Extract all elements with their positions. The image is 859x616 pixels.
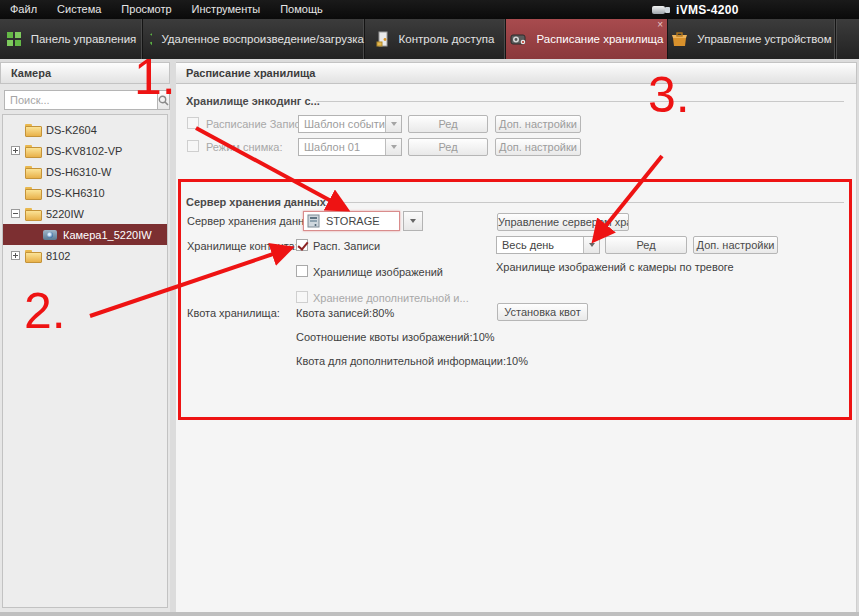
schedule-edit-button[interactable]: Ред xyxy=(605,236,687,254)
record-template-value: Шаблон события xyxy=(299,116,385,132)
manage-storage-server-button[interactable]: Управление сервером хран... xyxy=(497,213,629,231)
tree-item[interactable]: DS-KV8102-VP xyxy=(3,140,167,161)
camera-sidebar: DS-K2604 DS-KV8102-VP DS-H6310-W DS-KH63… xyxy=(0,84,170,612)
folder-icon xyxy=(25,187,40,198)
tree-item[interactable]: 8102 xyxy=(3,245,167,266)
tree-item[interactable]: DS-K2604 xyxy=(3,119,167,140)
tree-item-label: 5220IW xyxy=(46,208,84,220)
search-icon xyxy=(158,95,169,106)
storage-server-select[interactable]: STORAGE xyxy=(303,211,400,231)
tree-item-label: DS-KH6310 xyxy=(46,187,105,199)
tree-item-label: 8102 xyxy=(46,250,70,262)
tab-access-control[interactable]: Контроль доступа xyxy=(365,19,506,59)
menu-view[interactable]: Просмотр xyxy=(111,0,181,19)
storage-server-section-title: Сервер хранения данных xyxy=(186,196,326,208)
tab-label: Управление устройством xyxy=(697,33,831,45)
folder-icon xyxy=(25,124,40,135)
additional-quota-value: Квота для дополнительной информации:10% xyxy=(296,355,528,367)
tree-item[interactable]: DS-H6310-W xyxy=(3,161,167,182)
folder-icon xyxy=(25,166,40,177)
quota-settings-button[interactable]: Установка квот xyxy=(497,303,588,321)
storage-content-label: Хранилище контента: xyxy=(187,240,298,252)
tab-storage-schedule[interactable]: Расписание хранилища × xyxy=(506,19,668,59)
expand-plus-icon[interactable] xyxy=(11,146,20,155)
additional-info-storage-label: Хранение дополнительной и... xyxy=(313,292,469,304)
storage-server-value: STORAGE xyxy=(321,212,399,230)
folder-icon xyxy=(25,208,40,219)
collapse-minus-icon[interactable] xyxy=(11,209,20,218)
storage-server-label: Сервер хранения данн... xyxy=(187,215,313,227)
capture-schedule-label: Режим снимка: xyxy=(206,141,282,153)
section-divider xyxy=(328,202,844,203)
tree-item[interactable]: 5220IW xyxy=(3,203,167,224)
page-title: Расписание хранилища xyxy=(176,62,857,84)
tab-label: Контроль доступа xyxy=(399,33,495,45)
schedule-value: Весь день xyxy=(497,237,583,253)
encoding-section-title: Хранилище энкодинг с... xyxy=(186,95,320,107)
search-row xyxy=(4,90,166,110)
remote-playback-icon xyxy=(143,31,152,47)
camera-logo-icon xyxy=(652,4,670,16)
chevron-down-icon[interactable] xyxy=(404,212,422,230)
folder-icon xyxy=(25,145,40,156)
tab-control-panel[interactable]: Панель управления xyxy=(0,19,143,59)
tab-label: Удаленное воспроизведение/загрузка xyxy=(161,33,364,45)
capture-schedule-checkbox[interactable] xyxy=(187,140,199,152)
sidebar-title: Камера xyxy=(0,62,170,84)
record-schedule-checkbox[interactable] xyxy=(187,117,199,129)
close-icon[interactable]: × xyxy=(657,19,663,31)
record-schedule-storage-label: Расп. Записи xyxy=(313,240,380,252)
record-quota-value: Квота записей:80% xyxy=(296,307,394,319)
quota-label: Квота хранилища: xyxy=(187,307,280,319)
menu-help[interactable]: Помощь xyxy=(270,0,333,19)
schedule-advanced-button[interactable]: Доп. настройки xyxy=(693,236,778,254)
section-divider xyxy=(316,101,844,102)
chevron-down-icon[interactable] xyxy=(385,139,401,155)
tabbar-filler xyxy=(836,19,859,59)
app-logo: iVMS-4200 xyxy=(652,0,739,19)
ivms-window: Файл Система Просмотр Инструменты Помощь… xyxy=(0,0,859,616)
tab-device-management[interactable]: Управление устройством xyxy=(668,19,836,59)
menu-tools[interactable]: Инструменты xyxy=(182,0,271,19)
storage-server-dropdown-button[interactable] xyxy=(403,211,423,231)
dashboard-icon xyxy=(6,31,22,47)
main-tabbar: Панель управления Удаленное воспроизведе… xyxy=(0,19,859,59)
menubar: Файл Система Просмотр Инструменты Помощь… xyxy=(0,0,859,19)
capture-template-select[interactable]: Шаблон 01 xyxy=(298,138,402,156)
record-advanced-button[interactable]: Доп. настройки xyxy=(495,115,581,133)
record-schedule-storage-checkbox[interactable] xyxy=(296,239,308,251)
storage-schedule-icon xyxy=(510,32,528,47)
device-tree: DS-K2604 DS-KV8102-VP DS-H6310-W DS-KH63… xyxy=(2,114,168,608)
additional-info-storage-checkbox[interactable] xyxy=(296,291,308,303)
expand-plus-icon[interactable] xyxy=(11,251,20,260)
tab-label: Расписание хранилища xyxy=(537,33,664,45)
chevron-down-icon[interactable] xyxy=(385,116,401,132)
capture-template-value: Шаблон 01 xyxy=(299,139,385,155)
chevron-down-icon[interactable] xyxy=(583,237,599,253)
menu-file[interactable]: Файл xyxy=(0,0,47,19)
search-button[interactable] xyxy=(158,90,170,110)
picture-storage-label: Хранилище изображений xyxy=(313,266,443,278)
storage-server-icon xyxy=(307,214,321,228)
menu-system[interactable]: Система xyxy=(47,0,111,19)
picture-storage-checkbox[interactable] xyxy=(296,265,308,277)
tree-item-label: DS-H6310-W xyxy=(46,166,111,178)
camera-icon xyxy=(43,230,57,240)
tree-item-label: DS-K2604 xyxy=(46,124,97,136)
search-input[interactable] xyxy=(4,90,158,110)
record-edit-button[interactable]: Ред xyxy=(408,115,488,133)
app-title: iVMS-4200 xyxy=(676,3,739,17)
capture-edit-button[interactable]: Ред xyxy=(408,138,488,156)
tab-label: Панель управления xyxy=(31,33,137,45)
tree-item-selected-camera[interactable]: Камера1_5220IW xyxy=(3,224,167,245)
schedule-select[interactable]: Весь день xyxy=(496,236,600,254)
folder-icon xyxy=(25,250,40,261)
record-template-select[interactable]: Шаблон события xyxy=(298,115,402,133)
record-schedule-label: Расписание Записи: xyxy=(206,118,309,130)
tab-remote-playback[interactable]: Удаленное воспроизведение/загрузка xyxy=(143,19,365,59)
capture-advanced-button[interactable]: Доп. настройки xyxy=(495,138,581,156)
tree-item[interactable]: DS-KH6310 xyxy=(3,182,167,203)
picture-quota-value: Соотношение квоты изображений:10% xyxy=(296,331,495,343)
alarm-picture-note: Хранилище изображений с камеры по тревог… xyxy=(496,261,734,273)
storage-schedule-panel: Хранилище энкодинг с... Расписание Запис… xyxy=(176,84,857,612)
